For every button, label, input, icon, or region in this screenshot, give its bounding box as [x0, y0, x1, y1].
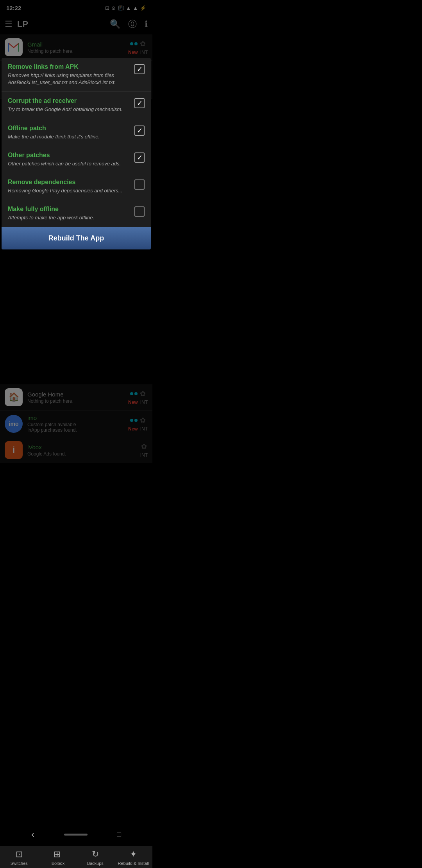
checkbox-remove-links[interactable]: ✓	[134, 64, 145, 74]
patch-desc-other: Other patches which can be useful to rem…	[8, 160, 130, 167]
checkbox-other[interactable]: ✓	[134, 152, 145, 163]
patch-title-remove-links: Remove links from APK	[8, 63, 130, 70]
patch-item-remove-deps[interactable]: Remove dependencies Removing Google Play…	[2, 173, 151, 200]
check-icon-other: ✓	[137, 154, 143, 161]
patch-desc-remove-links: Removes http:// links using templates fr…	[8, 72, 130, 86]
patch-title-other: Other patches	[8, 152, 130, 159]
checkbox-fully-offline[interactable]	[134, 206, 145, 217]
patch-desc-fully-offline: Attempts to make the app work offline.	[8, 214, 130, 221]
patch-title-fully-offline: Make fully offline	[8, 206, 130, 213]
patch-item-fully-offline[interactable]: Make fully offline Attempts to make the …	[2, 200, 151, 227]
patch-item-corrupt-ad[interactable]: Corrupt the ad receiver Try to break the…	[2, 92, 151, 119]
patch-title-offline: Offline patch	[8, 125, 130, 132]
check-icon-corrupt-ad: ✓	[137, 100, 143, 107]
patch-item-remove-links[interactable]: Remove links from APK Removes http:// li…	[2, 58, 151, 92]
patch-item-other[interactable]: Other patches Other patches which can be…	[2, 146, 151, 173]
check-icon-offline: ✓	[137, 127, 143, 134]
checkbox-remove-deps[interactable]	[134, 179, 145, 190]
patch-title-corrupt-ad: Corrupt the ad receiver	[8, 97, 130, 104]
checkbox-offline[interactable]: ✓	[134, 126, 145, 136]
check-icon-remove-links: ✓	[137, 66, 143, 73]
patch-title-remove-deps: Remove dependencies	[8, 179, 130, 186]
patch-modal: Remove links from APK Removes http:// li…	[2, 58, 151, 249]
rebuild-button[interactable]: Rebuild The App	[2, 227, 151, 249]
patch-desc-offline: Make the ad module think that it's offli…	[8, 133, 130, 140]
patch-item-offline[interactable]: Offline patch Make the ad module think t…	[2, 119, 151, 146]
patch-desc-corrupt-ad: Try to break the Google Ads' obtaining m…	[8, 106, 130, 113]
checkbox-corrupt-ad[interactable]: ✓	[134, 98, 145, 108]
patch-desc-remove-deps: Removing Google Play dependencies and ot…	[8, 187, 130, 194]
